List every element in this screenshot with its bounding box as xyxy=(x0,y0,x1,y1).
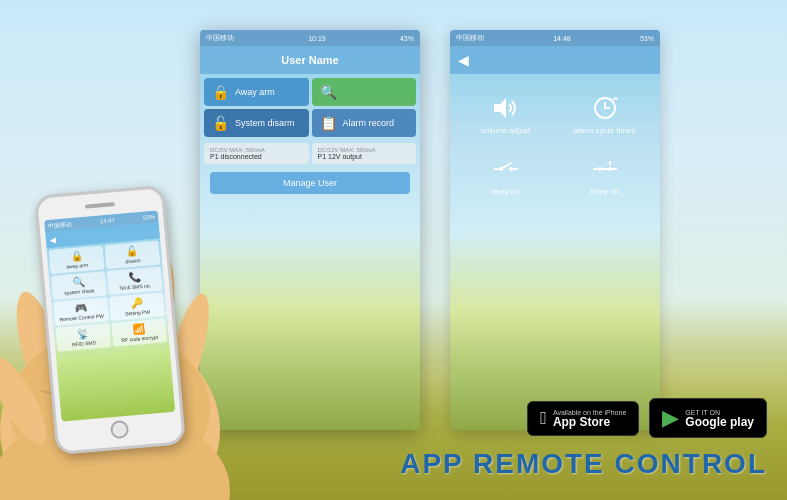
svg-point-15 xyxy=(509,167,513,171)
phone-menu-label: away arm xyxy=(66,262,88,270)
cs-time: 10:19 xyxy=(308,35,326,42)
phone-screen: 中国移动 14:47 50% ◀ 🔒 away arm 🔓 xyxy=(44,210,175,421)
rs-volume-label: volume adjust xyxy=(481,126,530,135)
remote-icon: 🎮 xyxy=(74,302,87,314)
google-play-icon: ▶ xyxy=(662,405,679,431)
cs-sensor-p1-12v: DC/12V MAX: 500mA P1 12V output xyxy=(312,143,417,164)
phone-menu-label: Tel & SMS no. xyxy=(119,282,151,291)
phone-menu-label: system check xyxy=(64,287,95,296)
phone-menu-disarm[interactable]: 🔓 disarm xyxy=(104,240,160,269)
phone-menu-label: Remote Control PW xyxy=(59,313,104,323)
phone-menu-grid: 🔒 away arm 🔓 disarm 🔍 system check xyxy=(47,238,170,354)
search-icon: 🔍 xyxy=(72,276,85,288)
cs-sensor-p1-12v-value: P1 12V output xyxy=(318,153,411,160)
google-play-badge-text: GET IT ON Google play xyxy=(685,409,754,428)
lock-icon: 🔒 xyxy=(70,250,83,262)
manage-user-button[interactable]: Manage User xyxy=(210,172,410,194)
phone-icon: 📞 xyxy=(128,271,141,283)
phone-battery: 50% xyxy=(143,214,155,221)
cs-alarm-record-label: Alarm record xyxy=(343,118,395,128)
key-icon: 🔑 xyxy=(130,297,143,309)
left-phone: 中国移动 14:47 50% ◀ 🔒 away arm 🔓 xyxy=(34,185,186,455)
volume-icon xyxy=(490,94,522,122)
rs-alarm-cycle[interactable]: alarm cycle times xyxy=(557,86,652,143)
rs-status-bar: 中国移动 14:48 53% xyxy=(450,30,660,46)
phone-menu-setting-pw[interactable]: 🔑 Setting PW xyxy=(109,292,165,321)
phone-menu-remote[interactable]: 🎮 Remote Control PW xyxy=(53,297,109,326)
search-icon: 🔍 xyxy=(320,84,337,100)
rs-network: 中国移动 xyxy=(456,33,484,43)
right-screen: 中国移动 14:48 53% ◀ volume adjust xyxy=(450,30,660,430)
main-content: 中国移动 14:47 50% ◀ 🔒 away arm 🔓 xyxy=(0,0,787,500)
phone-network: 中国移动 xyxy=(47,220,72,231)
phone-menu-label: RF code encrypt xyxy=(121,334,158,343)
svg-point-20 xyxy=(608,167,612,171)
phone-menu-system-check[interactable]: 🔍 system check xyxy=(51,271,107,300)
cs-header-title: User Name xyxy=(281,54,338,66)
bottom-section:  Available on the iPhone App Store ▶ GE… xyxy=(400,398,767,480)
rs-relay-off-label: relay off xyxy=(590,187,618,196)
cs-system-disarm-label: System disarm xyxy=(235,118,295,128)
svg-marker-9 xyxy=(494,98,506,118)
phone-menu-rfid[interactable]: 📡 RFID SMS xyxy=(55,323,111,352)
phone-time: 14:47 xyxy=(100,217,115,224)
rs-alarm-cycle-label: alarm cycle times xyxy=(574,126,636,135)
phone-back-arrow: ◀ xyxy=(49,235,56,244)
cs-alarm-record[interactable]: 📋 Alarm record xyxy=(312,109,417,137)
google-play-label: Google play xyxy=(685,416,754,428)
rs-battery: 53% xyxy=(640,35,654,42)
svg-point-19 xyxy=(598,167,602,171)
phone-menu-label: RFID SMS xyxy=(72,339,96,347)
phone-home-button[interactable] xyxy=(110,420,130,440)
rs-relay-on-label: relay on xyxy=(491,187,519,196)
rs-relay-off[interactable]: relay off xyxy=(557,147,652,204)
relay-on-icon xyxy=(490,155,522,183)
phone-menu-label: Setting PW xyxy=(125,309,150,317)
svg-point-14 xyxy=(499,167,503,171)
app-store-badge[interactable]:  Available on the iPhone App Store xyxy=(527,401,639,436)
alarm-cycle-icon xyxy=(589,94,621,122)
rs-relay-on[interactable]: relay on xyxy=(458,147,553,204)
cs-battery: 43% xyxy=(400,35,414,42)
rs-time: 14:48 xyxy=(553,35,571,42)
cs-away-arm-label: Away arm xyxy=(235,87,275,97)
phone-menu-away-arm[interactable]: 🔒 away arm xyxy=(49,245,105,274)
rfid-icon: 📡 xyxy=(77,328,90,340)
relay-off-icon xyxy=(589,155,621,183)
cs-search[interactable]: 🔍 xyxy=(312,78,417,106)
phone-speaker xyxy=(85,202,115,209)
rs-volume-adjust[interactable]: volume adjust xyxy=(458,86,553,143)
phone-menu-rf-code[interactable]: 📶 RF code encrypt xyxy=(111,318,167,347)
wifi-icon: 📶 xyxy=(132,323,145,335)
cs-status-bar: 中国移动 10:19 43% xyxy=(200,30,420,46)
page-title: APP REMOTE CONTROL xyxy=(400,448,767,480)
store-badges:  Available on the iPhone App Store ▶ GE… xyxy=(527,398,767,438)
unlock-icon: 🔓 xyxy=(126,245,139,257)
cs-network: 中国移动 xyxy=(206,33,234,43)
rs-back-arrow-icon[interactable]: ◀ xyxy=(458,52,469,68)
app-store-badge-text: Available on the iPhone App Store xyxy=(553,409,626,428)
rs-header: ◀ xyxy=(450,46,660,74)
phone-body: 中国移动 14:47 50% ◀ 🔒 away arm 🔓 xyxy=(34,185,186,455)
app-store-label: App Store xyxy=(553,416,626,428)
apple-icon:  xyxy=(540,408,547,429)
hand-container: 中国移动 14:47 50% ◀ 🔒 away arm 🔓 xyxy=(0,50,240,500)
phone-menu-label: disarm xyxy=(125,257,140,264)
phone-menu-tel-sms[interactable]: 📞 Tel & SMS no. xyxy=(107,266,163,295)
rs-settings-grid: volume adjust alarm cycle times xyxy=(450,74,660,216)
alarm-record-icon: 📋 xyxy=(320,115,337,131)
google-play-badge[interactable]: ▶ GET IT ON Google play xyxy=(649,398,767,438)
